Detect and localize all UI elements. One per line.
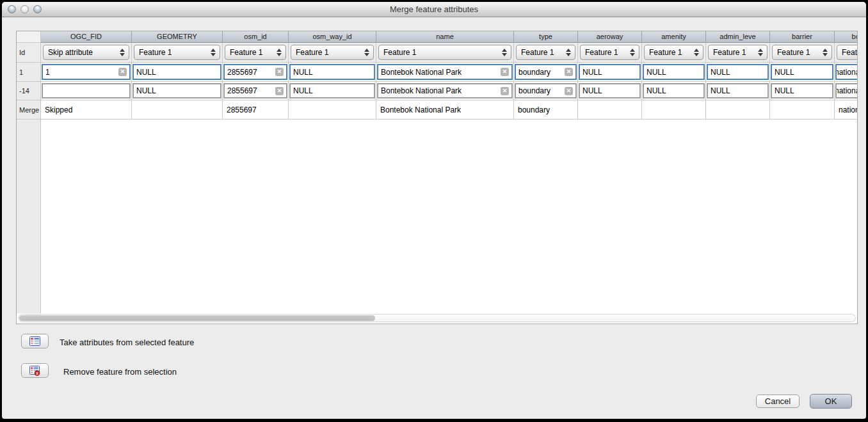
combobox-stepper-icon[interactable] [565,48,572,57]
combobox-stepper-icon[interactable] [501,48,508,57]
feature2-value-field[interactable]: NULL [579,83,641,98]
combobox-stepper-icon[interactable] [757,48,764,57]
row-header-feature1[interactable]: 1 [17,63,41,82]
cell-value: NULL [647,68,701,77]
feature2-value-field[interactable] [42,83,131,98]
horizontal-scrollbar[interactable] [18,314,856,322]
column-header[interactable]: aeroway [578,31,642,43]
combobox-stepper-icon[interactable] [629,48,636,57]
feature1-value-field[interactable]: boundary [515,64,577,80]
merge-policy-combobox[interactable]: Feature 1 [291,45,374,60]
combobox-stepper-icon[interactable] [364,48,370,57]
feature1-value-field[interactable]: Bontebok National Park [377,64,513,80]
feature2-value-field[interactable]: 2855697 [223,83,287,98]
feature1-value-field[interactable]: NULL [289,64,375,80]
cancel-button[interactable]: Cancel [756,395,800,408]
merge-policy-combobox[interactable]: Skip attribute [43,45,129,60]
merge-result-cell: Skipped [41,100,132,120]
merge-policy-combobox[interactable]: Feature 1 [580,45,639,60]
cell-value: NULL [136,86,218,95]
clear-field-icon[interactable] [565,87,573,95]
clear-field-icon[interactable] [118,68,127,76]
cell-value: 2855697 [227,86,275,95]
column-header[interactable]: name [376,31,514,43]
feature1-value-field[interactable]: NULL [707,64,769,80]
clear-field-icon[interactable] [501,87,509,95]
column-header[interactable]: OGC_FID [41,31,132,43]
merge-result-cell: Bontebok National Park [376,100,514,120]
merge-policy-combobox[interactable]: Feature 1 [837,45,857,60]
column-header[interactable]: barrier [770,31,835,43]
clear-field-icon[interactable] [275,87,284,95]
cell-value: NULL [583,86,637,95]
merge-policy-combobox[interactable]: Feature 1 [134,45,220,60]
column-aeroway: aerowayFeature 1NULLNULL [578,31,642,120]
feature2-value-field[interactable]: NULL [707,83,769,98]
feature2-value-field[interactable]: NULL [289,83,375,98]
feature2-value-field[interactable]: national_park [835,83,857,98]
merge-policy-combobox[interactable]: Feature 1 [708,45,768,60]
take-attributes-button[interactable] [21,334,49,348]
combobox-value: Skip attribute [48,48,93,57]
column-barrier: barrierFeature 1NULLNULL [770,31,835,120]
combobox-stepper-icon[interactable] [693,48,700,57]
feature2-value-field[interactable]: boundary [515,83,577,98]
feature1-value-field[interactable]: NULL [771,64,833,80]
feature2-cell: NULL [706,82,770,100]
feature2-value-field[interactable]: NULL [643,83,705,98]
remove-feature-button[interactable]: x [21,363,49,378]
column-header[interactable]: boundary [835,31,857,43]
feature2-cell: NULL [770,82,835,100]
ok-button[interactable]: OK [810,394,852,409]
feature2-value-field[interactable]: Bontebok National Park [377,83,513,98]
cell-value: NULL [136,68,218,77]
combobox-stepper-icon[interactable] [119,48,125,57]
clear-field-icon[interactable] [501,68,509,76]
clear-field-icon[interactable] [565,68,573,76]
column-header[interactable]: osm_id [223,31,289,43]
cell-value: Bontebok National Park [381,68,501,77]
cell-value: NULL [293,68,371,77]
cell-value: NULL [293,86,371,95]
scrollbar-thumb[interactable] [19,315,375,321]
feature1-value-field[interactable]: NULL [643,64,705,80]
feature1-value-field[interactable]: 2855697 [223,64,287,80]
column-header[interactable]: type [514,31,578,43]
merge-policy-combobox[interactable]: Feature 1 [225,45,286,60]
feature1-value-field[interactable]: national_park [835,64,857,80]
merge-policy-combobox[interactable]: Feature 1 [644,45,703,60]
feature1-value-field[interactable]: NULL [133,64,221,80]
column-header[interactable]: amenity [642,31,706,43]
merge-attributes-table: Id 1 -14 Merge OGC_FIDSkip attribute1Ski… [16,31,858,324]
column-name: nameFeature 1Bontebok National ParkBonte… [376,31,514,120]
combobox-stepper-icon[interactable] [822,48,828,57]
combobox-stepper-icon[interactable] [276,48,282,57]
column-admin_leve: admin_leveFeature 1NULLNULL [706,31,770,120]
cell-value: national_park [835,68,857,77]
row-header-merge: Merge [17,100,41,120]
feature1-value-field[interactable]: NULL [579,64,641,80]
feature2-value-field[interactable]: NULL [771,83,833,98]
combobox-value: Feature 1 [649,48,682,57]
merge-policy-combobox[interactable]: Feature 1 [772,45,832,60]
combobox-value: Feature 1 [230,48,262,57]
feature2-cell: boundary [514,82,578,100]
row-header-feature2[interactable]: -14 [17,82,41,100]
feature2-value-field[interactable]: NULL [133,83,221,98]
feature1-cell: national_park [835,63,857,82]
merge-feature-attributes-dialog: Merge feature attributes Id 1 -14 Merge … [2,2,866,419]
feature1-cell: NULL [706,63,770,82]
combobox-value: Feature 1 [713,48,746,57]
merge-policy-combobox[interactable]: Feature 1 [378,45,511,60]
column-header[interactable]: admin_leve [706,31,770,43]
title-bar[interactable]: Merge feature attributes [2,2,866,17]
column-header[interactable]: osm_way_id [289,31,376,43]
feature1-cell: Bontebok National Park [376,63,514,82]
column-header[interactable]: GEOMETRY [132,31,223,43]
combobox-stepper-icon[interactable] [210,48,216,57]
merge-policy-combobox[interactable]: Feature 1 [516,45,575,60]
clear-field-icon[interactable] [275,68,284,76]
column-amenity: amenityFeature 1NULLNULL [642,31,706,120]
feature1-value-field[interactable]: 1 [42,64,131,80]
feature1-cell: boundary [514,63,578,82]
